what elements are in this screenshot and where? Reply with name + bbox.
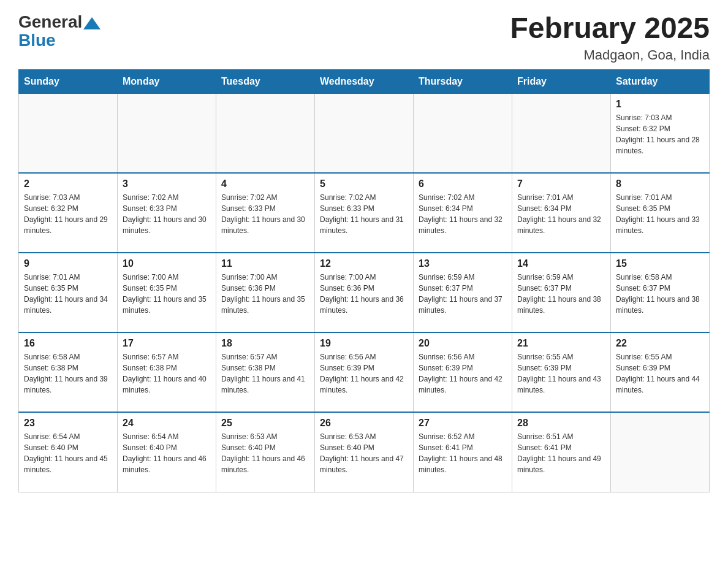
day-info: Sunrise: 6:57 AMSunset: 6:38 PMDaylight:… (123, 351, 211, 396)
day-number: 7 (517, 178, 605, 190)
day-number: 24 (123, 418, 211, 429)
day-number: 12 (320, 258, 408, 269)
logo-general-text: General (18, 12, 82, 32)
calendar-cell: 5Sunrise: 7:02 AMSunset: 6:33 PMDaylight… (315, 173, 414, 253)
calendar-cell (611, 412, 710, 492)
day-info: Sunrise: 6:57 AMSunset: 6:38 PMDaylight:… (221, 351, 309, 396)
day-info: Sunrise: 6:59 AMSunset: 6:37 PMDaylight:… (419, 272, 507, 316)
calendar-cell (315, 93, 414, 173)
calendar-cell: 4Sunrise: 7:02 AMSunset: 6:33 PMDaylight… (216, 173, 315, 253)
calendar-table: SundayMondayTuesdayWednesdayThursdayFrid… (18, 69, 710, 492)
day-number: 16 (24, 338, 112, 349)
day-info: Sunrise: 7:00 AMSunset: 6:36 PMDaylight:… (320, 272, 408, 316)
calendar-week-row: 1Sunrise: 7:03 AMSunset: 6:32 PMDaylight… (19, 93, 710, 173)
day-number: 15 (616, 258, 704, 269)
calendar-cell: 16Sunrise: 6:58 AMSunset: 6:38 PMDayligh… (19, 332, 118, 412)
calendar-cell: 9Sunrise: 7:01 AMSunset: 6:35 PMDaylight… (19, 253, 118, 332)
calendar-cell (512, 93, 611, 173)
day-number: 5 (320, 178, 408, 190)
day-number: 13 (419, 258, 507, 269)
logo-triangle-icon (83, 17, 100, 29)
calendar-cell: 21Sunrise: 6:55 AMSunset: 6:39 PMDayligh… (512, 332, 611, 412)
calendar-cell (118, 93, 216, 173)
day-number: 20 (419, 338, 507, 349)
day-info: Sunrise: 7:01 AMSunset: 6:34 PMDaylight:… (517, 192, 605, 236)
calendar-week-row: 9Sunrise: 7:01 AMSunset: 6:35 PMDaylight… (19, 253, 710, 332)
day-info: Sunrise: 6:53 AMSunset: 6:40 PMDaylight:… (221, 431, 309, 475)
day-info: Sunrise: 6:58 AMSunset: 6:37 PMDaylight:… (616, 272, 704, 316)
day-number: 10 (123, 258, 211, 269)
day-info: Sunrise: 7:01 AMSunset: 6:35 PMDaylight:… (24, 272, 112, 316)
calendar-cell: 25Sunrise: 6:53 AMSunset: 6:40 PMDayligh… (216, 412, 315, 492)
calendar-cell: 23Sunrise: 6:54 AMSunset: 6:40 PMDayligh… (19, 412, 118, 492)
weekday-header-monday: Monday (118, 69, 216, 93)
day-info: Sunrise: 6:56 AMSunset: 6:39 PMDaylight:… (320, 351, 408, 396)
calendar-cell: 3Sunrise: 7:02 AMSunset: 6:33 PMDaylight… (118, 173, 216, 253)
day-number: 18 (221, 338, 309, 349)
day-number: 25 (221, 418, 309, 429)
day-info: Sunrise: 7:03 AMSunset: 6:32 PMDaylight:… (616, 112, 704, 156)
day-info: Sunrise: 6:54 AMSunset: 6:40 PMDaylight:… (123, 431, 211, 475)
day-number: 8 (616, 178, 704, 190)
day-info: Sunrise: 6:55 AMSunset: 6:39 PMDaylight:… (517, 351, 605, 396)
calendar-cell: 26Sunrise: 6:53 AMSunset: 6:40 PMDayligh… (315, 412, 414, 492)
day-number: 23 (24, 418, 112, 429)
calendar-title: February 2025 (510, 12, 710, 45)
calendar-cell: 1Sunrise: 7:03 AMSunset: 6:32 PMDaylight… (611, 93, 710, 173)
calendar-cell: 24Sunrise: 6:54 AMSunset: 6:40 PMDayligh… (118, 412, 216, 492)
day-info: Sunrise: 6:53 AMSunset: 6:40 PMDaylight:… (320, 431, 408, 475)
day-info: Sunrise: 7:01 AMSunset: 6:35 PMDaylight:… (616, 192, 704, 236)
day-number: 21 (517, 338, 605, 349)
calendar-cell: 6Sunrise: 7:02 AMSunset: 6:34 PMDaylight… (414, 173, 512, 253)
day-info: Sunrise: 6:52 AMSunset: 6:41 PMDaylight:… (419, 431, 507, 475)
calendar-cell: 12Sunrise: 7:00 AMSunset: 6:36 PMDayligh… (315, 253, 414, 332)
day-info: Sunrise: 7:02 AMSunset: 6:33 PMDaylight:… (123, 192, 211, 236)
weekday-header-row: SundayMondayTuesdayWednesdayThursdayFrid… (19, 69, 710, 93)
day-number: 28 (517, 418, 605, 429)
page-header: General Blue February 2025 Madgaon, Goa,… (18, 12, 710, 63)
day-info: Sunrise: 6:59 AMSunset: 6:37 PMDaylight:… (517, 272, 605, 316)
weekday-header-friday: Friday (512, 69, 611, 93)
calendar-cell: 2Sunrise: 7:03 AMSunset: 6:32 PMDaylight… (19, 173, 118, 253)
weekday-header-thursday: Thursday (414, 69, 512, 93)
logo: General Blue (18, 12, 100, 49)
day-info: Sunrise: 7:00 AMSunset: 6:36 PMDaylight:… (221, 272, 309, 316)
day-info: Sunrise: 6:58 AMSunset: 6:38 PMDaylight:… (24, 351, 112, 396)
calendar-cell: 7Sunrise: 7:01 AMSunset: 6:34 PMDaylight… (512, 173, 611, 253)
calendar-cell: 19Sunrise: 6:56 AMSunset: 6:39 PMDayligh… (315, 332, 414, 412)
calendar-week-row: 23Sunrise: 6:54 AMSunset: 6:40 PMDayligh… (19, 412, 710, 492)
day-info: Sunrise: 7:02 AMSunset: 6:33 PMDaylight:… (320, 192, 408, 236)
weekday-header-saturday: Saturday (611, 69, 710, 93)
calendar-cell: 27Sunrise: 6:52 AMSunset: 6:41 PMDayligh… (414, 412, 512, 492)
calendar-title-block: February 2025 Madgaon, Goa, India (510, 12, 710, 63)
calendar-week-row: 2Sunrise: 7:03 AMSunset: 6:32 PMDaylight… (19, 173, 710, 253)
day-info: Sunrise: 7:02 AMSunset: 6:34 PMDaylight:… (419, 192, 507, 236)
calendar-cell: 28Sunrise: 6:51 AMSunset: 6:41 PMDayligh… (512, 412, 611, 492)
calendar-cell: 11Sunrise: 7:00 AMSunset: 6:36 PMDayligh… (216, 253, 315, 332)
day-number: 3 (123, 178, 211, 190)
day-number: 19 (320, 338, 408, 349)
calendar-cell: 14Sunrise: 6:59 AMSunset: 6:37 PMDayligh… (512, 253, 611, 332)
weekday-header-wednesday: Wednesday (315, 69, 414, 93)
calendar-cell (216, 93, 315, 173)
day-number: 6 (419, 178, 507, 190)
day-number: 4 (221, 178, 309, 190)
day-info: Sunrise: 6:56 AMSunset: 6:39 PMDaylight:… (419, 351, 507, 396)
day-number: 27 (419, 418, 507, 429)
day-info: Sunrise: 7:00 AMSunset: 6:35 PMDaylight:… (123, 272, 211, 316)
calendar-cell: 18Sunrise: 6:57 AMSunset: 6:38 PMDayligh… (216, 332, 315, 412)
day-number: 17 (123, 338, 211, 349)
day-number: 22 (616, 338, 704, 349)
day-number: 26 (320, 418, 408, 429)
calendar-cell (414, 93, 512, 173)
day-number: 11 (221, 258, 309, 269)
day-info: Sunrise: 6:55 AMSunset: 6:39 PMDaylight:… (616, 351, 704, 396)
calendar-cell: 22Sunrise: 6:55 AMSunset: 6:39 PMDayligh… (611, 332, 710, 412)
calendar-subtitle: Madgaon, Goa, India (510, 47, 710, 63)
weekday-header-sunday: Sunday (19, 69, 118, 93)
day-number: 14 (517, 258, 605, 269)
logo-blue-text: Blue (18, 32, 56, 49)
calendar-cell: 13Sunrise: 6:59 AMSunset: 6:37 PMDayligh… (414, 253, 512, 332)
calendar-cell: 8Sunrise: 7:01 AMSunset: 6:35 PMDaylight… (611, 173, 710, 253)
calendar-cell: 15Sunrise: 6:58 AMSunset: 6:37 PMDayligh… (611, 253, 710, 332)
